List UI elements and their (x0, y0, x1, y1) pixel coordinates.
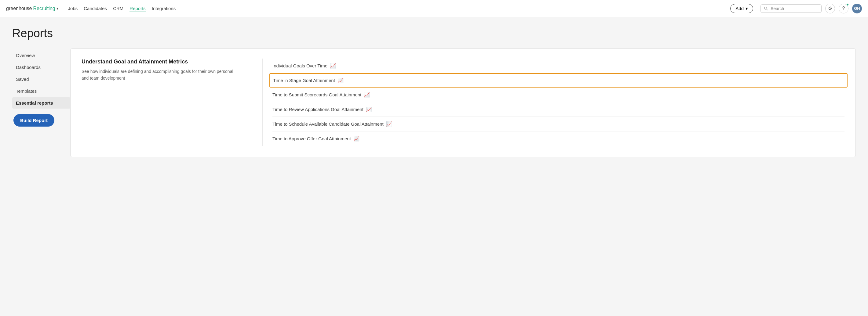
report-item-2[interactable]: Time to Submit Scorecards Goal Attainmen… (273, 87, 844, 102)
chart-icon-1: 📈 (338, 77, 344, 83)
report-label-0: Individual Goals Over Time (273, 63, 328, 68)
page-container: Reports Overview Dashboards Saved Templa… (0, 17, 868, 316)
svg-line-1 (767, 9, 768, 10)
chart-icon-0: 📈 (330, 63, 336, 69)
avatar[interactable]: GH (852, 4, 862, 13)
report-label-5: Time to Approve Offer Goal Attainment (273, 136, 351, 141)
nav-crm[interactable]: CRM (113, 5, 123, 12)
sidebar: Overview Dashboards Saved Templates Esse… (12, 48, 70, 157)
chart-icon-3: 📈 (366, 106, 372, 112)
gear-icon: ⚙ (828, 5, 832, 11)
main-panel-inner: Understand Goal and Attainment Metrics S… (82, 59, 844, 146)
nav-jobs[interactable]: Jobs (68, 5, 78, 12)
help-icon: ? (842, 6, 845, 11)
report-item-4[interactable]: Time to Schedule Available Candidate Goa… (273, 117, 844, 132)
sidebar-item-overview[interactable]: Overview (12, 50, 70, 61)
nav-links: Jobs Candidates CRM Reports Integrations (68, 5, 723, 12)
report-item-0[interactable]: Individual Goals Over Time 📈 (273, 59, 844, 73)
help-button[interactable]: ? (839, 4, 848, 13)
report-item-5[interactable]: Time to Approve Offer Goal Attainment 📈 (273, 132, 844, 146)
logo-greenhouse-text: greenhouse (6, 6, 32, 11)
sidebar-item-essential-reports[interactable]: Essential reports (12, 97, 70, 109)
report-item-1[interactable]: Time in Stage Goal Attainment 📈 (269, 73, 847, 87)
navbar: greenhouse Recruiting ▾ Jobs Candidates … (0, 0, 868, 17)
chart-icon-5: 📈 (353, 136, 360, 142)
logo-dropdown-icon[interactable]: ▾ (57, 6, 58, 11)
search-box[interactable] (761, 4, 822, 13)
report-label-2: Time to Submit Scorecards Goal Attainmen… (273, 92, 361, 97)
nav-integrations[interactable]: Integrations (152, 5, 176, 12)
main-panel: Understand Goal and Attainment Metrics S… (70, 48, 856, 157)
report-label-4: Time to Schedule Available Candidate Goa… (273, 121, 383, 127)
page-title: Reports (12, 27, 856, 40)
report-label-1: Time in Stage Goal Attainment (273, 78, 335, 83)
search-icon (764, 6, 768, 11)
section-title: Understand Goal and Attainment Metrics (82, 59, 253, 65)
section-desc-line2: and team development (82, 76, 125, 80)
sidebar-item-dashboards[interactable]: Dashboards (12, 62, 70, 73)
search-input[interactable] (771, 6, 818, 11)
nav-reports[interactable]: Reports (129, 5, 146, 12)
chart-icon-2: 📈 (364, 92, 370, 98)
nav-right: ⚙ ? GH (761, 4, 862, 13)
nav-candidates[interactable]: Candidates (84, 5, 107, 12)
section-desc-line1: See how individuals are defining and acc… (82, 69, 233, 74)
add-button[interactable]: Add ▾ (730, 4, 753, 13)
right-column: Individual Goals Over Time 📈 Time in Sta… (262, 59, 844, 146)
report-label-3: Time to Review Applications Goal Attainm… (273, 107, 364, 112)
section-description: See how individuals are defining and acc… (82, 68, 253, 82)
logo[interactable]: greenhouse Recruiting ▾ (6, 6, 58, 11)
chart-icon-4: 📈 (386, 121, 392, 127)
notification-badge (846, 3, 849, 6)
build-report-button[interactable]: Build Report (13, 114, 54, 127)
content-layout: Overview Dashboards Saved Templates Esse… (12, 48, 856, 157)
report-item-3[interactable]: Time to Review Applications Goal Attainm… (273, 102, 844, 117)
settings-button[interactable]: ⚙ (825, 4, 835, 13)
logo-recruiting-text: Recruiting (33, 6, 55, 11)
sidebar-item-templates[interactable]: Templates (12, 85, 70, 97)
sidebar-item-saved[interactable]: Saved (12, 73, 70, 85)
left-column: Understand Goal and Attainment Metrics S… (82, 59, 253, 146)
